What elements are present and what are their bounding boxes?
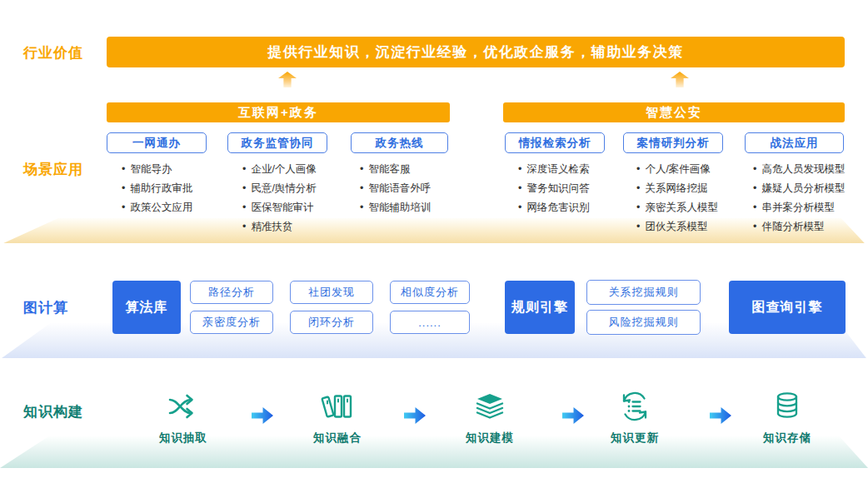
books-icon	[319, 388, 356, 425]
scenario-item: 警务知识问答	[518, 179, 589, 198]
step-label: 知识抽取	[148, 431, 218, 446]
scenario-item: 高危人员发现模型	[753, 160, 845, 179]
algorithm-library-box: 算法库	[112, 281, 181, 334]
scenario-item: 伴随分析模型	[753, 217, 845, 237]
scenario-item: 串并案分析模型	[753, 198, 845, 217]
scenario-item: 团伙关系模型	[636, 217, 718, 237]
scenario-item-list: 智能导办 辅助行政审批 政策公文应用	[122, 160, 192, 217]
group-header-internet-gov: 互联网+政务	[107, 102, 450, 122]
scenario-label: 场景应用	[23, 160, 83, 179]
algo-pill: 社团发现	[290, 281, 373, 304]
scenario-item: 医保智能审计	[242, 198, 317, 217]
scenario-item-list: 智能客服 智能语音外呼 智能辅助培训	[360, 160, 431, 217]
scenario-column-title: 战法应用	[745, 132, 844, 153]
rule-pill: 关系挖掘规则	[586, 280, 701, 305]
flow-arrow-icon	[562, 407, 584, 424]
algo-pill: 闭环分析	[290, 311, 373, 334]
scenario-item: 精准扶贫	[242, 217, 317, 237]
step-label: 知识融合	[302, 431, 372, 446]
scenario-item: 智能客服	[360, 160, 431, 179]
knowledge-graph-architecture-diagram: 行业价值 提供行业知识，沉淀行业经验，优化政企服务，辅助业务决策 场景应用 互联…	[0, 0, 868, 503]
algo-pill: 路径分析	[190, 281, 273, 304]
scenario-platform-shape	[0, 218, 868, 243]
book-stack-icon	[471, 388, 508, 425]
scenario-item: 关系网络挖掘	[636, 179, 718, 198]
scenario-item: 政策公文应用	[122, 198, 192, 217]
scenario-item: 个人/案件画像	[636, 160, 718, 179]
scenario-column-title: 政务监管协同	[227, 132, 327, 153]
step-label: 知识建模	[455, 431, 525, 446]
scenario-item-list: 深度语义检索 警务知识问答 网络危害识别	[518, 160, 589, 217]
shuffle-icon	[165, 388, 202, 425]
group-header-smart-police: 智慧公安	[503, 102, 845, 122]
scenario-item-list: 高危人员发现模型 嫌疑人员分析模型 串并案分析模型 伴随分析模型	[753, 160, 845, 237]
industry-value-banner: 提供行业知识，沉淀行业经验，优化政企服务，辅助业务决策	[107, 37, 845, 67]
scenario-item: 网络危害识别	[518, 198, 589, 217]
scenario-column-title: 政务热线	[351, 132, 448, 153]
rule-engine-box: 规则引擎	[505, 281, 575, 334]
algo-pill: ......	[390, 311, 470, 334]
algo-pill: 相似度分析	[390, 281, 470, 304]
graph-compute-label: 图计算	[23, 298, 68, 317]
rule-pill: 风险挖掘规则	[586, 310, 701, 335]
scenario-item: 嫌疑人员分析模型	[753, 179, 845, 198]
scenario-item: 深度语义检索	[518, 160, 589, 179]
flow-arrow-icon	[710, 407, 731, 424]
scenario-item: 企业/个人画像	[242, 160, 317, 179]
scenario-item: 亲密关系人模型	[636, 198, 718, 217]
step-label: 知识存储	[752, 431, 822, 446]
knowledge-label: 知识构建	[23, 402, 83, 421]
step-label: 知识更新	[600, 431, 670, 446]
industry-value-label: 行业价值	[23, 43, 83, 62]
scenario-column-title: 案情研判分析	[623, 132, 723, 153]
up-arrow-icon	[671, 72, 689, 87]
scenario-item: 辅助行政审批	[122, 179, 192, 198]
flow-arrow-icon	[404, 407, 426, 424]
up-arrow-icon	[278, 72, 297, 87]
flow-arrow-icon	[252, 407, 273, 424]
database-icon	[769, 388, 806, 425]
scenario-item: 智能辅助培训	[360, 198, 431, 217]
knowledge-platform-shape	[0, 436, 868, 468]
scenario-item-list: 个人/案件画像 关系网络挖掘 亲密关系人模型 团伙关系模型	[636, 160, 718, 237]
scenario-item-list: 企业/个人画像 民意/舆情分析 医保智能审计 精准扶贫	[242, 160, 317, 237]
scenario-item: 民意/舆情分析	[242, 179, 317, 198]
scenario-item: 智能语音外呼	[360, 179, 431, 198]
scenario-column-title: 一网通办	[107, 132, 207, 153]
algo-pill: 亲密度分析	[190, 311, 273, 334]
scenario-item: 智能导办	[122, 160, 192, 179]
refresh-list-icon	[616, 388, 653, 425]
graph-query-engine-box: 图查询引擎	[729, 281, 846, 334]
scenario-column-title: 情报检索分析	[505, 132, 605, 153]
